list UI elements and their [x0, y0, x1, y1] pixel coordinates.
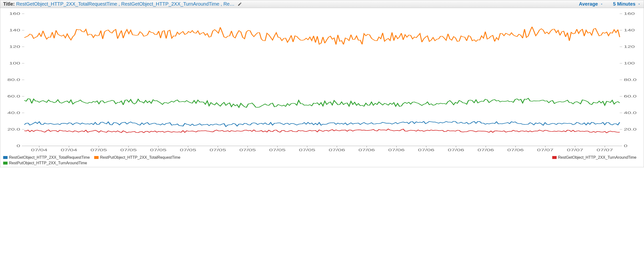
svg-text:07/05: 07/05 — [299, 148, 316, 152]
svg-text:07/07: 07/07 — [567, 148, 584, 152]
legend-item[interactable]: RestPutObject_HTTP_2XX_TurnAroundTime — [3, 161, 87, 165]
series-RestPutObject_HTTP_2XX_TurnAroundTime — [24, 98, 620, 107]
svg-text:07/05: 07/05 — [210, 148, 226, 152]
legend-item[interactable]: RestGetObject_HTTP_2XX_TotalRequestTime — [3, 155, 90, 160]
legend: RestGetObject_HTTP_2XX_TotalRequestTimeR… — [2, 155, 642, 166]
svg-text:160: 160 — [9, 11, 20, 16]
legend-label: RestGetObject_HTTP_2XX_TotalRequestTime — [9, 155, 90, 160]
period-dropdown-label: 5 Minutes — [613, 1, 636, 7]
title-text: RestGetObject_HTTP_2XX_TotalRequestTime … — [16, 1, 235, 7]
svg-text:120: 120 — [624, 44, 635, 49]
svg-text:07/05: 07/05 — [180, 148, 196, 152]
svg-text:07/07: 07/07 — [596, 148, 613, 152]
statistic-dropdown-label: Average — [579, 1, 598, 7]
statistic-dropdown[interactable]: Average — [579, 1, 603, 7]
legend-item[interactable]: RestPutObject_HTTP_2XX_TotalRequestTime — [94, 155, 180, 160]
svg-text:0: 0 — [624, 144, 628, 148]
svg-text:07/05: 07/05 — [120, 148, 137, 152]
legend-label: RestPutObject_HTTP_2XX_TurnAroundTime — [9, 161, 87, 165]
widget-header: Title: RestGetObject_HTTP_2XX_TotalReque… — [0, 0, 644, 8]
legend-swatch — [3, 156, 8, 159]
svg-text:100: 100 — [624, 61, 635, 65]
svg-text:07/06: 07/06 — [507, 148, 524, 152]
svg-text:07/06: 07/06 — [388, 148, 405, 152]
svg-text:07/04: 07/04 — [31, 148, 48, 152]
svg-text:07/07: 07/07 — [537, 148, 554, 152]
svg-text:160: 160 — [624, 11, 635, 16]
series-RestPutObject_HTTP_2XX_TotalRequestTime — [24, 27, 620, 44]
line-chart[interactable]: 0020.020.040.040.060.060.080.080.0100100… — [2, 9, 642, 155]
series-RestGetObject_HTTP_2XX_TurnAroundTime — [24, 129, 620, 133]
svg-text:07/05: 07/05 — [150, 148, 166, 152]
svg-text:140: 140 — [624, 28, 635, 32]
svg-text:140: 140 — [9, 28, 20, 32]
svg-text:20.0: 20.0 — [624, 127, 637, 132]
series-RestGetObject_HTTP_2XX_TotalRequestTime — [24, 121, 620, 127]
edit-title-icon[interactable] — [238, 2, 242, 6]
svg-text:100: 100 — [9, 61, 20, 65]
svg-text:120: 120 — [9, 44, 20, 49]
svg-text:0: 0 — [16, 144, 20, 148]
svg-text:07/05: 07/05 — [239, 148, 256, 152]
svg-text:60.0: 60.0 — [624, 94, 637, 98]
legend-swatch — [94, 156, 98, 159]
svg-text:60.0: 60.0 — [7, 94, 20, 98]
svg-text:40.0: 40.0 — [7, 111, 20, 115]
svg-text:40.0: 40.0 — [624, 111, 637, 115]
svg-text:07/05: 07/05 — [90, 148, 107, 152]
svg-text:07/04: 07/04 — [61, 148, 78, 152]
legend-item[interactable]: RestGetObject_HTTP_2XX_TurnAroundTime — [552, 155, 637, 160]
metrics-widget: Title: RestGetObject_HTTP_2XX_TotalReque… — [0, 0, 644, 167]
period-dropdown[interactable]: 5 Minutes — [613, 1, 641, 7]
legend-swatch — [3, 162, 8, 164]
chevron-down-icon — [600, 2, 603, 6]
svg-text:07/06: 07/06 — [448, 148, 464, 152]
svg-text:07/06: 07/06 — [418, 148, 434, 152]
legend-label: RestGetObject_HTTP_2XX_TurnAroundTime — [558, 155, 637, 160]
chart-area: 0020.020.040.040.060.060.080.080.0100100… — [0, 8, 644, 167]
svg-text:07/06: 07/06 — [478, 148, 494, 152]
chevron-down-icon — [638, 2, 641, 6]
legend-swatch — [552, 156, 556, 159]
svg-text:20.0: 20.0 — [7, 127, 20, 132]
svg-text:07/06: 07/06 — [328, 148, 345, 152]
svg-text:07/05: 07/05 — [269, 148, 286, 152]
title-label: Title: — [3, 1, 14, 7]
svg-text:80.0: 80.0 — [7, 78, 20, 82]
svg-text:80.0: 80.0 — [624, 78, 637, 82]
svg-text:07/06: 07/06 — [358, 148, 375, 152]
legend-label: RestPutObject_HTTP_2XX_TotalRequestTime — [100, 155, 180, 160]
